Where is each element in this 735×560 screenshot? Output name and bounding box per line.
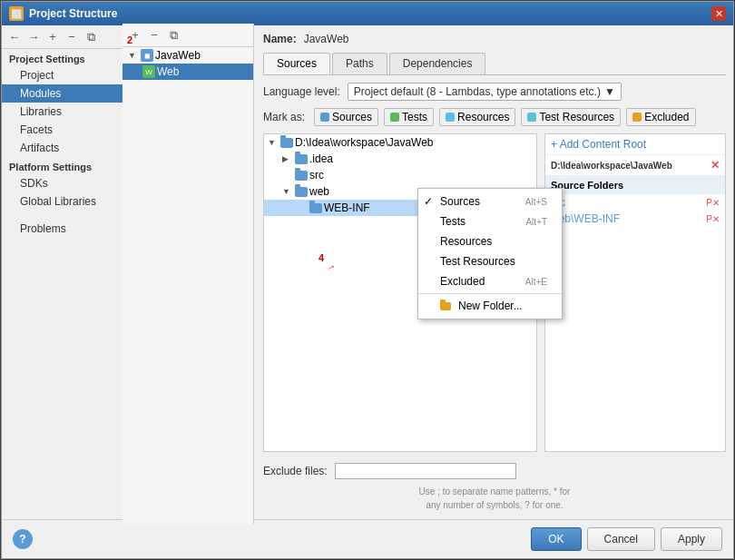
idea-folder-icon [295, 154, 308, 164]
help-button[interactable]: ? [13, 529, 33, 549]
excluded-dot [632, 113, 642, 122]
left-toolbar: ← → + − ⧉ [2, 25, 123, 49]
webinf-folder-icon [309, 203, 322, 213]
web-module-icon: W [142, 65, 155, 78]
context-test-resources-label: Test Resources [440, 255, 515, 268]
apply-button[interactable]: Apply [661, 527, 722, 551]
add-button[interactable]: + [44, 28, 62, 46]
mark-test-resources-label: Test Resources [539, 111, 614, 123]
nav-problems[interactable]: Problems [2, 220, 123, 238]
context-new-folder[interactable]: New Folder... [418, 296, 562, 316]
context-resources-label: Resources [440, 235, 492, 248]
module-tree-panel: + − ⧉ ▼ ◼ JavaWeb W Web 2 [124, 25, 254, 519]
nav-facets[interactable]: Facets [2, 121, 123, 139]
exclude-section: Exclude files: Use ; to separate name pa… [263, 457, 726, 512]
annotation-4: 4 [318, 252, 324, 263]
context-sources-shortcut: Alt+S [525, 197, 547, 207]
module-copy-btn[interactable]: ⧉ [164, 26, 182, 44]
add-content-root-label: + Add Content Root [551, 138, 646, 151]
tab-sources[interactable]: Sources [263, 53, 330, 74]
module-remove-btn[interactable]: − [145, 26, 163, 44]
content-area: ▼ D:\Idea\workspace\JavaWeb ▶ .idea ▶ [263, 133, 726, 452]
exclude-input[interactable] [335, 463, 516, 479]
cancel-button[interactable]: Cancel [587, 527, 655, 551]
root-folder-icon [280, 138, 293, 148]
arrow-4: → [324, 260, 338, 274]
chevron-icon: ▼ [128, 51, 139, 60]
webinf-folder-label: WEB-INF [324, 201, 370, 214]
module-toolbar: + − ⧉ [124, 25, 253, 47]
test-resources-dot [527, 113, 536, 122]
web-folder-icon [295, 187, 308, 197]
mark-test-resources-btn[interactable]: Test Resources [521, 108, 621, 126]
main-content: ← → + − ⧉ Project Settings Project Modul… [2, 25, 733, 519]
mark-resources-btn[interactable]: Resources [439, 108, 515, 126]
mark-as-row: Mark as: Sources Tests Resources [263, 108, 726, 126]
remove-button[interactable]: − [63, 28, 81, 46]
add-content-root-btn[interactable]: + Add Content Root [545, 134, 725, 155]
source-folder-src: src P✕ [545, 194, 725, 211]
src-remove-btn[interactable]: P✕ [706, 198, 720, 208]
nav-back-button[interactable]: ← [5, 28, 24, 46]
nav-project[interactable]: Project [2, 66, 123, 84]
project-settings-header: Project Settings [2, 49, 123, 66]
nav-artifacts[interactable]: Artifacts [2, 139, 123, 157]
src-folder-row[interactable]: ▶ src [264, 167, 536, 183]
name-label: Name: [263, 33, 297, 45]
nav-global-libraries[interactable]: Global Libraries [2, 192, 123, 211]
right-area: + − ⧉ ▼ ◼ JavaWeb W Web 2 [124, 25, 733, 519]
context-resources[interactable]: Resources [418, 231, 562, 251]
webinf-remove-btn[interactable]: P✕ [706, 214, 720, 224]
nav-modules[interactable]: Modules [2, 84, 123, 103]
idea-folder-label: .idea [309, 152, 333, 165]
lang-level-select[interactable]: Project default (8 - Lambdas, type annot… [348, 83, 622, 101]
root-folder-row[interactable]: ▼ D:\Idea\workspace\JavaWeb [264, 134, 536, 151]
context-excluded[interactable]: Excluded Alt+E [418, 271, 562, 291]
exclude-label: Exclude files: [263, 465, 328, 477]
mark-excluded-btn[interactable]: Excluded [626, 108, 695, 126]
lang-dropdown-icon: ▼ [604, 85, 615, 98]
tab-paths[interactable]: Paths [332, 53, 387, 74]
mark-resources-label: Resources [457, 111, 509, 123]
context-sources[interactable]: Sources Alt+S [418, 192, 562, 211]
module-javaweb-label: JavaWeb [155, 49, 201, 62]
module-icon: ◼ [141, 49, 153, 62]
context-separator [418, 293, 562, 294]
mark-tests-btn[interactable]: Tests [384, 108, 434, 126]
close-button[interactable]: ✕ [711, 6, 726, 21]
web-folder-label: web [309, 185, 329, 198]
ok-button[interactable]: OK [531, 527, 581, 551]
context-menu: Sources Alt+S Tests Alt+T Resources Test… [417, 188, 563, 319]
mark-sources-btn[interactable]: Sources [314, 108, 378, 126]
lang-level-value: Project default (8 - Lambdas, type annot… [354, 85, 601, 98]
nav-forward-button[interactable]: → [24, 28, 43, 46]
footer: ? OK Cancel Apply [2, 519, 733, 558]
title-bar: ⬜ Project Structure ✕ [2, 2, 733, 25]
context-tests-label: Tests [440, 215, 466, 228]
idea-folder-row[interactable]: ▶ .idea [264, 151, 536, 167]
copy-button[interactable]: ⧉ [82, 28, 100, 46]
module-javaweb[interactable]: ▼ ◼ JavaWeb [124, 47, 253, 64]
context-excluded-label: Excluded [440, 275, 485, 288]
app-icon: ⬜ [9, 6, 24, 21]
project-structure-window: ⬜ Project Structure ✕ ← → + − ⧉ Project … [1, 1, 734, 559]
nav-sdks[interactable]: SDKs [2, 174, 123, 192]
tests-dot [390, 113, 399, 122]
src-folder-label: src [309, 169, 324, 182]
module-add-btn[interactable]: + [126, 26, 144, 44]
source-folder-webinf: web\WEB-INF P✕ [545, 211, 725, 227]
mark-as-label: Mark as: [263, 111, 305, 123]
window-title: Project Structure [29, 7, 706, 20]
tab-dependencies[interactable]: Dependencies [389, 53, 486, 74]
mark-sources-label: Sources [332, 111, 372, 123]
module-web[interactable]: W Web [124, 64, 253, 80]
nav-libraries[interactable]: Libraries [2, 103, 123, 121]
language-level-row: Language level: Project default (8 - Lam… [263, 83, 726, 101]
info-panel: + Add Content Root D:\Idea\workspace\Jav… [544, 133, 726, 452]
context-test-resources[interactable]: Test Resources [418, 251, 562, 271]
exclude-hint-2: any number of symbols, ? for one. [263, 498, 726, 512]
sources-dot [320, 113, 329, 122]
context-tests[interactable]: Tests Alt+T [418, 211, 562, 231]
left-panel: ← → + − ⧉ Project Settings Project Modul… [2, 25, 124, 519]
path-remove-icon[interactable]: ✕ [710, 159, 720, 172]
